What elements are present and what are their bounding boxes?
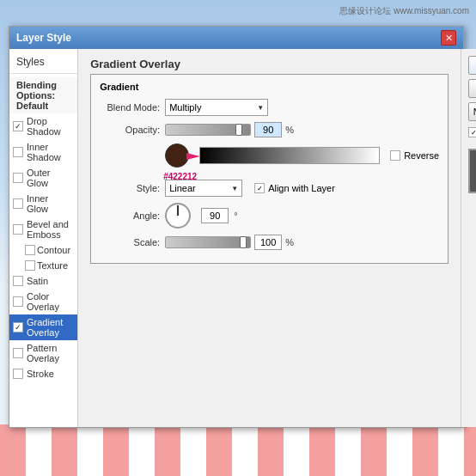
main-content: Gradient Overlay Gradient Blend Mode: Mu…	[78, 49, 461, 427]
sidebar-item-satin[interactable]: Satin	[9, 273, 77, 289]
sidebar-item-stroke[interactable]: Stroke	[9, 366, 77, 381]
color-overlay-label: Color Overlay	[27, 291, 70, 312]
opacity-slider-container: 90 %	[165, 122, 294, 137]
sidebar-item-drop-shadow[interactable]: ✓ Drop Shadow	[9, 113, 77, 139]
opacity-input[interactable]: 90	[254, 122, 282, 137]
scale-input[interactable]: 100	[254, 235, 282, 250]
blend-mode-arrow-icon: ▼	[257, 104, 264, 112]
preview-row: ✓ Preview	[468, 127, 476, 137]
opacity-label: Opacity:	[100, 125, 160, 135]
color-overlay-checkbox[interactable]	[13, 296, 23, 307]
sidebar-item-bevel-emboss[interactable]: Bevel and Emboss	[9, 217, 77, 242]
watermark: 思缘设计论坛 www.missyuan.com	[339, 5, 469, 17]
layer-style-dialog: Layer Style ✕ Styles Blending Options: D…	[9, 26, 464, 428]
color-hex-label: #422212	[163, 172, 197, 181]
inner-shadow-checkbox[interactable]	[13, 147, 23, 157]
sidebar-item-gradient-overlay[interactable]: ✓ Gradient Overlay	[9, 314, 77, 340]
sidebar-item-color-overlay[interactable]: Color Overlay	[9, 289, 77, 314]
outer-glow-label: Outer Glow	[27, 168, 70, 188]
drop-shadow-label: Drop Shadow	[27, 116, 70, 137]
style-dropdown[interactable]: Linear ▼	[165, 180, 242, 197]
contour-label: Contour	[37, 245, 70, 255]
stroke-checkbox[interactable]	[13, 369, 23, 379]
style-row: Style: Linear ▼ ✓ Align with Layer	[100, 180, 439, 197]
opacity-row: Opacity: 90 %	[100, 122, 439, 137]
align-with-layer-checkbox[interactable]: ✓	[254, 183, 265, 193]
right-panel: OK Reset New Style... ✓ Preview	[461, 49, 476, 427]
styles-panel: Styles Blending Options: Default ✓ Drop …	[9, 49, 78, 427]
bevel-emboss-checkbox[interactable]	[13, 224, 23, 235]
angle-dial[interactable]	[165, 203, 191, 229]
sidebar-item-texture[interactable]: Texture	[9, 258, 77, 273]
style-label: Style:	[100, 183, 160, 193]
opacity-slider-track[interactable]	[165, 124, 251, 136]
inner-glow-label: Inner Glow	[27, 193, 70, 214]
section-title: Gradient Overlay	[90, 58, 449, 70]
sidebar-item-blending-options[interactable]: Blending Options: Default	[9, 77, 77, 113]
sidebar-item-outer-glow[interactable]: Outer Glow	[9, 165, 77, 191]
sidebar-item-inner-glow[interactable]: Inner Glow	[9, 191, 77, 217]
new-style-button[interactable]: New Style...	[468, 102, 476, 121]
gradient-section-box: Gradient Blend Mode: Multiply ▼ Opacity:	[90, 74, 449, 264]
scale-row: Scale: 100 %	[100, 235, 439, 250]
sidebar-item-inner-shadow[interactable]: Inner Shadow	[9, 139, 77, 165]
style-value: Linear	[169, 183, 196, 193]
inner-shadow-label: Inner Shadow	[27, 142, 70, 162]
sidebar-item-pattern-overlay[interactable]: Pattern Overlay	[9, 340, 77, 366]
gradient-overlay-label: Gradient Overlay	[27, 317, 70, 338]
reverse-label: Reverse	[404, 150, 439, 161]
styles-header: Styles	[9, 52, 77, 74]
scale-slider-container: 100 %	[165, 235, 294, 250]
angle-label: Angle:	[100, 211, 160, 221]
satin-checkbox[interactable]	[13, 276, 23, 286]
dialog-body: Styles Blending Options: Default ✓ Drop …	[9, 49, 463, 427]
gradient-overlay-checkbox[interactable]: ✓	[13, 322, 23, 333]
gradient-bar[interactable]	[199, 147, 380, 164]
blend-mode-value: Multiply	[169, 102, 201, 113]
scale-slider-thumb[interactable]	[240, 236, 247, 248]
angle-line-icon	[177, 205, 179, 216]
arrow-icon	[186, 150, 207, 163]
style-arrow-icon: ▼	[231, 185, 238, 192]
reverse-checkbox[interactable]	[390, 150, 400, 161]
preview-checkbox[interactable]: ✓	[468, 127, 476, 137]
angle-row: Angle: 90 °	[100, 203, 439, 229]
inner-glow-checkbox[interactable]	[13, 198, 23, 209]
reset-button[interactable]: Reset	[468, 79, 476, 98]
dialog-titlebar: Layer Style ✕	[9, 27, 463, 49]
preview-swatch	[468, 149, 476, 193]
align-with-layer-label: Align with Layer	[268, 183, 335, 193]
opacity-slider-thumb[interactable]	[235, 124, 242, 136]
contour-checkbox[interactable]	[25, 245, 35, 255]
degree-symbol: °	[234, 211, 237, 221]
close-button[interactable]: ✕	[441, 30, 456, 46]
drop-shadow-checkbox[interactable]: ✓	[13, 121, 23, 131]
sidebar-item-contour[interactable]: Contour	[9, 242, 77, 258]
blend-mode-label: Blend Mode:	[100, 102, 160, 113]
reverse-row: Reverse	[390, 150, 439, 161]
outer-glow-checkbox[interactable]	[13, 173, 23, 183]
blend-mode-dropdown[interactable]: Multiply ▼	[165, 99, 268, 116]
stroke-label: Stroke	[27, 369, 54, 379]
blend-mode-row: Blend Mode: Multiply ▼	[100, 99, 439, 116]
scale-label: Scale:	[100, 237, 160, 247]
pattern-overlay-checkbox[interactable]	[13, 348, 23, 358]
texture-checkbox[interactable]	[25, 260, 35, 271]
svg-marker-0	[186, 153, 200, 160]
scale-percent: %	[285, 237, 294, 247]
angle-input[interactable]: 90	[201, 208, 229, 223]
awning	[0, 424, 476, 476]
gradient-sub-title: Gradient	[100, 82, 439, 92]
satin-label: Satin	[27, 276, 48, 286]
ok-button[interactable]: OK	[468, 56, 476, 75]
gradient-bar-row: xx #422212	[100, 143, 439, 168]
bevel-emboss-label: Bevel and Emboss	[27, 219, 70, 240]
opacity-percent: %	[285, 125, 294, 135]
scale-slider-track[interactable]	[165, 236, 251, 248]
texture-label: Texture	[37, 260, 68, 271]
blending-options-label: Blending Options: Default	[16, 80, 70, 111]
color-swatch[interactable]	[165, 143, 189, 168]
pattern-overlay-label: Pattern Overlay	[27, 343, 70, 363]
dialog-title: Layer Style	[16, 32, 71, 44]
align-with-layer-row: ✓ Align with Layer	[254, 183, 335, 193]
